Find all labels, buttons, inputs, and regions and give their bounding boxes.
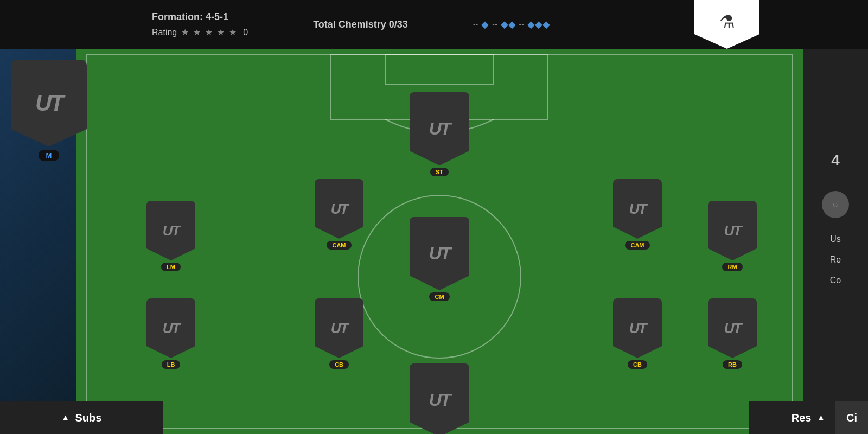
ut-text-cam-left: UT: [331, 201, 348, 218]
card-body-cm: UT: [410, 217, 469, 290]
ut-text-st: UT: [429, 119, 450, 139]
right-circle-symbol: ○: [833, 199, 839, 210]
position-label-st: ST: [430, 168, 449, 176]
manager-label: M: [39, 150, 60, 161]
lab-icon: ⚗: [719, 11, 735, 32]
card-body-rm: UT: [708, 201, 757, 260]
star-3: ★: [205, 27, 213, 37]
player-card-cm[interactable]: UT CM: [415, 217, 464, 301]
card-body-gk: UT: [410, 363, 469, 434]
top-bar-info: Formation: 4-5-1 Rating ★ ★ ★ ★ ★ 0: [152, 11, 248, 37]
ut-text-cb-right: UT: [629, 320, 646, 337]
res-label: Res: [792, 412, 812, 424]
card-body-st: UT: [410, 92, 469, 165]
right-circle-icon: ○: [822, 191, 849, 218]
player-card-cb-left[interactable]: UT CB: [315, 298, 363, 369]
chem-dash-1: --: [473, 20, 478, 29]
card-body-cam-left: UT: [315, 179, 363, 239]
rating-label: Rating: [152, 28, 177, 37]
co-label: Co: [830, 276, 841, 285]
position-label-cam-right: CAM: [625, 241, 649, 250]
card-body-cb-left: UT: [315, 298, 363, 358]
right-panel: 4 ○ Us Re Co: [803, 49, 868, 434]
player-card-gk[interactable]: UT GK: [415, 363, 464, 434]
re-label: Re: [830, 255, 841, 265]
card-body-cam-right: UT: [613, 179, 662, 239]
player-card-lm[interactable]: UT LM: [146, 201, 195, 271]
chem-diamond-1: ◆: [481, 18, 489, 30]
top-bar: Formation: 4-5-1 Rating ★ ★ ★ ★ ★ 0 Tota…: [0, 0, 868, 49]
player-card-cam-left[interactable]: UT CAM: [315, 179, 363, 250]
position-label-lb: LB: [162, 360, 181, 369]
football-pitch: UT ST UT CAM UT CM UT CAM UT LM UT RM: [76, 49, 803, 434]
chemistry-label: Total Chemistry 0/33: [313, 19, 408, 30]
res-arrow-icon: ▲: [816, 413, 825, 423]
star-1: ★: [181, 27, 189, 37]
ut-text-cm: UT: [429, 244, 450, 264]
us-label: Us: [830, 234, 841, 244]
rating-value: 0: [243, 28, 248, 37]
position-label-cb-right: CB: [628, 360, 647, 369]
ci-badge: Ci: [835, 401, 868, 434]
position-label-rb: RB: [723, 360, 742, 369]
player-card-st[interactable]: UT ST: [415, 92, 464, 176]
star-5: ★: [229, 27, 237, 37]
player-card-cb-right[interactable]: UT CB: [613, 298, 662, 369]
manager-card-body: UT: [11, 60, 87, 146]
manager-ut-text: UT: [35, 90, 62, 116]
position-label-cb-left: CB: [329, 360, 349, 369]
right-panel-number: 4: [831, 152, 840, 169]
rating-row: Rating ★ ★ ★ ★ ★ 0: [152, 27, 248, 37]
chem-dash-2: --: [492, 20, 497, 29]
position-label-lm: LM: [161, 263, 181, 271]
ci-text: Ci: [846, 412, 857, 424]
subs-bar[interactable]: ▲ Subs: [0, 401, 163, 434]
position-label-rm: RM: [722, 263, 742, 271]
formation-label: Formation: 4-5-1: [152, 11, 248, 23]
position-label-cam-left: CAM: [327, 241, 351, 250]
ut-text-rm: UT: [724, 222, 741, 239]
chemistry-icons: -- ◆ -- ◆◆ -- ◆◆◆: [473, 18, 550, 30]
player-card-cam-right[interactable]: UT CAM: [613, 179, 662, 250]
chem-diamond-2: ◆◆: [501, 18, 516, 30]
card-body-cb-right: UT: [613, 298, 662, 358]
svg-rect-3: [385, 54, 494, 84]
player-card-rm[interactable]: UT RM: [708, 201, 757, 271]
player-card-rb[interactable]: UT RB: [708, 298, 757, 369]
subs-arrow-icon: ▲: [61, 413, 70, 423]
card-body-lb: UT: [146, 298, 195, 358]
right-panel-circle: ○: [822, 191, 849, 218]
chem-diamond-3: ◆◆◆: [527, 18, 550, 30]
lab-icon-container[interactable]: ⚗: [694, 0, 760, 49]
card-body-rb: UT: [708, 298, 757, 358]
position-label-cm: CM: [429, 292, 449, 301]
card-body-lm: UT: [146, 201, 195, 260]
ut-text-cam-right: UT: [629, 201, 646, 218]
chem-dash-3: --: [519, 20, 524, 29]
ut-text-cb-left: UT: [331, 320, 348, 337]
ut-text-lb: UT: [163, 320, 180, 337]
ut-text-lm: UT: [163, 222, 180, 239]
player-card-lb[interactable]: UT LB: [146, 298, 195, 369]
ut-text-rb: UT: [724, 320, 741, 337]
star-2: ★: [193, 27, 201, 37]
star-4: ★: [217, 27, 225, 37]
manager-card[interactable]: UT M: [11, 60, 87, 161]
ut-text-gk: UT: [429, 390, 450, 410]
subs-label: Subs: [75, 412, 101, 424]
